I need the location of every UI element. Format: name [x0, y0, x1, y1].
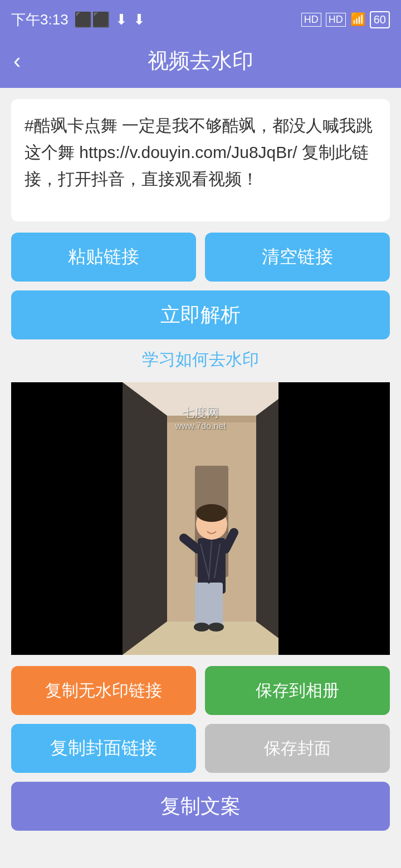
clear-link-button[interactable]: 清空链接	[205, 233, 390, 282]
svg-rect-10	[209, 583, 223, 627]
action-row-2: 复制封面链接 保存封面	[11, 724, 390, 773]
analyze-button[interactable]: 立即解析	[11, 290, 390, 339]
status-left: 下午3:13 ⬛⬛ ⬇ ⬇	[11, 10, 145, 29]
svg-marker-3	[256, 382, 278, 655]
watermark-line1: 七度网	[175, 405, 226, 421]
video-black-left	[11, 382, 123, 655]
svg-point-11	[194, 623, 209, 632]
save-cover-button[interactable]: 保存封面	[205, 724, 390, 773]
status-right: HD HD 📶 60	[301, 11, 390, 28]
link-text[interactable]: #酷飒卡点舞 一定是我不够酷飒，都没人喊我跳这个舞 https://v.douy…	[25, 112, 376, 193]
learn-link[interactable]: 学习如何去水印	[11, 348, 390, 371]
text-area-wrapper: #酷飒卡点舞 一定是我不够酷飒，都没人喊我跳这个舞 https://v.douy…	[11, 99, 390, 221]
svg-point-14	[196, 504, 227, 522]
svg-point-12	[208, 623, 224, 632]
battery-icon: 60	[370, 11, 390, 28]
watermark-line2: www.7do.net	[175, 421, 226, 431]
wifi-icon: 📶	[350, 12, 365, 27]
download2-icon: ⬇	[133, 11, 145, 28]
main-content: #酷飒卡点舞 一定是我不够酷飒，都没人喊我跳这个舞 https://v.douy…	[0, 88, 401, 851]
page-title: 视频去水印	[148, 47, 253, 75]
status-time: 下午3:13	[11, 10, 69, 29]
save-album-button[interactable]: 保存到相册	[205, 666, 390, 715]
message-icon: ⬛⬛	[74, 11, 110, 28]
video-preview: 七度网 www.7do.net	[11, 382, 390, 655]
hd-signal-icon: HD	[301, 13, 321, 27]
status-bar: 下午3:13 ⬛⬛ ⬇ ⬇ HD HD 📶 60	[0, 0, 401, 39]
copy-no-watermark-button[interactable]: 复制无水印链接	[11, 666, 196, 715]
paste-clear-row: 粘贴链接 清空链接	[11, 233, 390, 282]
action-row-1: 复制无水印链接 保存到相册	[11, 666, 390, 715]
video-black-right	[278, 382, 390, 655]
top-bar: ‹ 视频去水印	[0, 39, 401, 88]
svg-marker-2	[123, 382, 167, 655]
signal-icon: HD	[326, 13, 346, 27]
copy-cover-button[interactable]: 复制封面链接	[11, 724, 196, 773]
video-watermark: 七度网 www.7do.net	[175, 405, 226, 431]
paste-link-button[interactable]: 粘贴链接	[11, 233, 196, 282]
back-button[interactable]: ‹	[13, 48, 21, 73]
download1-icon: ⬇	[115, 11, 128, 28]
svg-rect-9	[195, 583, 209, 627]
copy-text-button[interactable]: 复制文案	[11, 782, 390, 831]
video-center: 七度网 www.7do.net	[123, 382, 278, 655]
